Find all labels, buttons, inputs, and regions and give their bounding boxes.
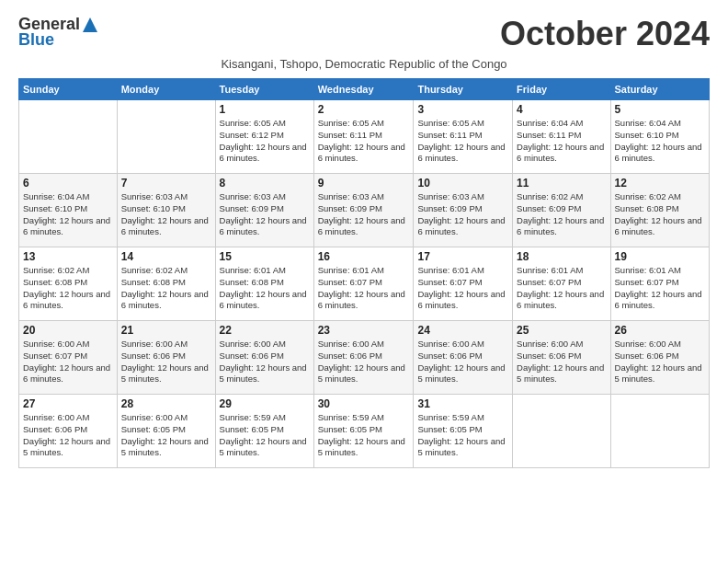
day-info: Sunrise: 5:59 AM Sunset: 6:05 PM Dayligh… [318, 412, 410, 459]
calendar-cell: 26Sunrise: 6:00 AM Sunset: 6:06 PM Dayli… [610, 321, 709, 395]
day-number: 15 [220, 250, 310, 263]
day-number: 24 [417, 324, 508, 337]
day-info: Sunrise: 6:03 AM Sunset: 6:09 PM Dayligh… [417, 191, 508, 238]
day-info: Sunrise: 6:05 AM Sunset: 6:12 PM Dayligh… [220, 118, 310, 165]
calendar-week-3: 13Sunrise: 6:02 AM Sunset: 6:08 PM Dayli… [19, 247, 710, 321]
calendar-cell: 31Sunrise: 5:59 AM Sunset: 6:05 PM Dayli… [414, 395, 513, 468]
day-info: Sunrise: 6:02 AM Sunset: 6:08 PM Dayligh… [121, 265, 211, 312]
day-info: Sunrise: 6:03 AM Sunset: 6:09 PM Dayligh… [220, 191, 310, 238]
day-info: Sunrise: 5:59 AM Sunset: 6:05 PM Dayligh… [417, 412, 508, 459]
calendar-cell: 15Sunrise: 6:01 AM Sunset: 6:08 PM Dayli… [215, 247, 313, 321]
calendar-cell: 24Sunrise: 6:00 AM Sunset: 6:06 PM Dayli… [414, 321, 513, 395]
day-number: 21 [121, 324, 211, 337]
day-info: Sunrise: 6:03 AM Sunset: 6:09 PM Dayligh… [318, 191, 410, 238]
calendar-cell [513, 395, 610, 468]
day-info: Sunrise: 6:00 AM Sunset: 6:06 PM Dayligh… [615, 339, 705, 385]
calendar-cell: 28Sunrise: 6:00 AM Sunset: 6:05 PM Dayli… [117, 395, 215, 468]
day-number: 2 [318, 103, 410, 116]
calendar-cell: 5Sunrise: 6:04 AM Sunset: 6:10 PM Daylig… [610, 100, 709, 174]
calendar-week-1: 1Sunrise: 6:05 AM Sunset: 6:12 PM Daylig… [19, 100, 710, 174]
day-number: 14 [121, 250, 211, 263]
day-info: Sunrise: 6:00 AM Sunset: 6:05 PM Dayligh… [121, 412, 211, 459]
day-number: 26 [615, 324, 705, 337]
calendar-header-row: Sunday Monday Tuesday Wednesday Thursday… [19, 79, 710, 100]
day-number: 7 [121, 177, 211, 190]
header: General Blue October 2024 [18, 15, 710, 53]
calendar-cell: 25Sunrise: 6:00 AM Sunset: 6:06 PM Dayli… [513, 321, 610, 395]
day-info: Sunrise: 6:02 AM Sunset: 6:09 PM Dayligh… [517, 191, 606, 238]
calendar-cell: 11Sunrise: 6:02 AM Sunset: 6:09 PM Dayli… [513, 174, 610, 247]
calendar-cell: 17Sunrise: 6:01 AM Sunset: 6:07 PM Dayli… [414, 247, 513, 321]
day-number: 8 [220, 177, 310, 190]
calendar-cell: 16Sunrise: 6:01 AM Sunset: 6:07 PM Dayli… [313, 247, 414, 321]
header-saturday: Saturday [610, 79, 709, 100]
day-info: Sunrise: 6:05 AM Sunset: 6:11 PM Dayligh… [318, 118, 410, 165]
calendar-week-4: 20Sunrise: 6:00 AM Sunset: 6:07 PM Dayli… [19, 321, 710, 395]
calendar-cell [610, 395, 709, 468]
calendar-table: Sunday Monday Tuesday Wednesday Thursday… [18, 78, 710, 468]
calendar-cell: 18Sunrise: 6:01 AM Sunset: 6:07 PM Dayli… [513, 247, 610, 321]
logo-icon [82, 17, 98, 33]
calendar-cell: 21Sunrise: 6:00 AM Sunset: 6:06 PM Dayli… [117, 321, 215, 395]
calendar-cell [19, 100, 118, 174]
day-info: Sunrise: 6:04 AM Sunset: 6:10 PM Dayligh… [615, 118, 705, 165]
calendar-week-5: 27Sunrise: 6:00 AM Sunset: 6:06 PM Dayli… [19, 395, 710, 468]
calendar-cell [117, 100, 215, 174]
day-number: 31 [417, 397, 508, 410]
day-number: 9 [318, 177, 410, 190]
header-monday: Monday [117, 79, 215, 100]
day-info: Sunrise: 6:01 AM Sunset: 6:07 PM Dayligh… [517, 265, 606, 312]
calendar-cell: 2Sunrise: 6:05 AM Sunset: 6:11 PM Daylig… [313, 100, 414, 174]
day-info: Sunrise: 6:00 AM Sunset: 6:06 PM Dayligh… [220, 339, 310, 385]
day-number: 5 [615, 103, 705, 116]
calendar-cell: 23Sunrise: 6:00 AM Sunset: 6:06 PM Dayli… [313, 321, 414, 395]
calendar-cell: 8Sunrise: 6:03 AM Sunset: 6:09 PM Daylig… [215, 174, 313, 247]
day-number: 23 [318, 324, 410, 337]
day-number: 10 [417, 177, 508, 190]
day-info: Sunrise: 6:02 AM Sunset: 6:08 PM Dayligh… [23, 265, 113, 312]
subtitle: Kisangani, Tshopo, Democratic Republic o… [18, 57, 710, 71]
day-number: 12 [615, 177, 705, 190]
day-info: Sunrise: 6:04 AM Sunset: 6:10 PM Dayligh… [23, 191, 113, 238]
calendar-cell: 4Sunrise: 6:04 AM Sunset: 6:11 PM Daylig… [513, 100, 610, 174]
month-title: October 2024 [500, 15, 710, 53]
calendar-cell: 14Sunrise: 6:02 AM Sunset: 6:08 PM Dayli… [117, 247, 215, 321]
header-sunday: Sunday [19, 79, 118, 100]
day-number: 27 [23, 397, 113, 410]
day-number: 17 [417, 250, 508, 263]
header-friday: Friday [513, 79, 610, 100]
header-tuesday: Tuesday [215, 79, 313, 100]
calendar-cell: 1Sunrise: 6:05 AM Sunset: 6:12 PM Daylig… [215, 100, 313, 174]
calendar-cell: 3Sunrise: 6:05 AM Sunset: 6:11 PM Daylig… [414, 100, 513, 174]
day-number: 18 [517, 250, 606, 263]
day-number: 20 [23, 324, 113, 337]
calendar-cell: 30Sunrise: 5:59 AM Sunset: 6:05 PM Dayli… [313, 395, 414, 468]
calendar-cell: 22Sunrise: 6:00 AM Sunset: 6:06 PM Dayli… [215, 321, 313, 395]
calendar-cell: 12Sunrise: 6:02 AM Sunset: 6:08 PM Dayli… [610, 174, 709, 247]
day-info: Sunrise: 6:00 AM Sunset: 6:07 PM Dayligh… [23, 339, 113, 385]
svg-marker-0 [83, 17, 97, 32]
calendar-cell: 6Sunrise: 6:04 AM Sunset: 6:10 PM Daylig… [19, 174, 118, 247]
day-info: Sunrise: 5:59 AM Sunset: 6:05 PM Dayligh… [220, 412, 310, 459]
day-info: Sunrise: 6:00 AM Sunset: 6:06 PM Dayligh… [517, 339, 606, 385]
calendar-week-2: 6Sunrise: 6:04 AM Sunset: 6:10 PM Daylig… [19, 174, 710, 247]
day-info: Sunrise: 6:00 AM Sunset: 6:06 PM Dayligh… [417, 339, 508, 385]
day-number: 25 [517, 324, 606, 337]
logo-blue: Blue [18, 30, 54, 50]
day-info: Sunrise: 6:00 AM Sunset: 6:06 PM Dayligh… [121, 339, 211, 385]
day-info: Sunrise: 6:03 AM Sunset: 6:10 PM Dayligh… [121, 191, 211, 238]
day-number: 16 [318, 250, 410, 263]
day-number: 11 [517, 177, 606, 190]
calendar-cell: 20Sunrise: 6:00 AM Sunset: 6:07 PM Dayli… [19, 321, 118, 395]
day-number: 3 [417, 103, 508, 116]
day-number: 6 [23, 177, 113, 190]
day-info: Sunrise: 6:01 AM Sunset: 6:07 PM Dayligh… [417, 265, 508, 312]
header-wednesday: Wednesday [313, 79, 414, 100]
day-info: Sunrise: 6:01 AM Sunset: 6:08 PM Dayligh… [220, 265, 310, 312]
calendar-cell: 7Sunrise: 6:03 AM Sunset: 6:10 PM Daylig… [117, 174, 215, 247]
day-info: Sunrise: 6:00 AM Sunset: 6:06 PM Dayligh… [318, 339, 410, 385]
day-number: 13 [23, 250, 113, 263]
calendar-cell: 10Sunrise: 6:03 AM Sunset: 6:09 PM Dayli… [414, 174, 513, 247]
calendar-cell: 19Sunrise: 6:01 AM Sunset: 6:07 PM Dayli… [610, 247, 709, 321]
header-thursday: Thursday [414, 79, 513, 100]
